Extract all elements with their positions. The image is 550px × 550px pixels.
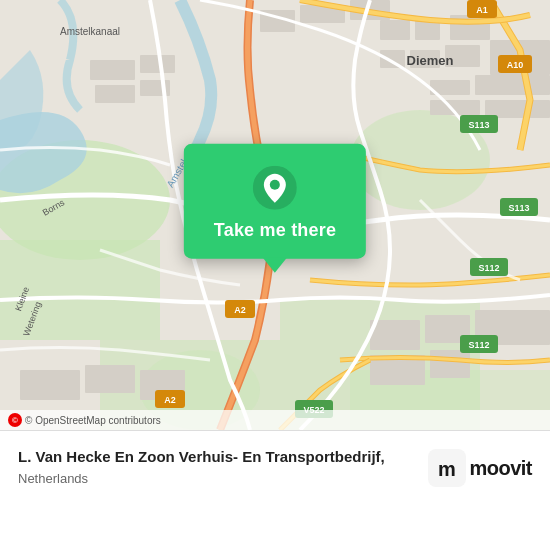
svg-text:m: m (439, 458, 457, 480)
location-title: L. Van Hecke En Zoon Verhuis- En Transpo… (18, 447, 412, 467)
svg-rect-23 (140, 55, 175, 73)
svg-text:A10: A10 (507, 60, 524, 70)
map-area: S113 S113 S112 S112 A10 A1 A2 A2 V522 (0, 0, 550, 430)
osm-icon: © (8, 413, 22, 427)
svg-text:Amstelkanaal: Amstelkanaal (60, 26, 120, 37)
location-popup[interactable]: Take me there (184, 144, 366, 259)
svg-rect-26 (370, 320, 420, 350)
svg-text:S113: S113 (508, 203, 529, 213)
svg-rect-22 (90, 60, 135, 80)
svg-rect-31 (20, 370, 80, 400)
svg-rect-11 (380, 50, 405, 68)
svg-rect-32 (85, 365, 135, 393)
info-panel: L. Van Hecke En Zoon Verhuis- En Transpo… (0, 430, 550, 550)
moovit-logo: m moovit (428, 449, 532, 487)
svg-text:S113: S113 (468, 120, 489, 130)
svg-rect-24 (95, 85, 135, 103)
location-subtitle: Netherlands (18, 471, 412, 486)
attribution-bar: © © OpenStreetMap contributors (0, 410, 550, 430)
moovit-icon: m (428, 449, 466, 487)
attribution-text: © OpenStreetMap contributors (25, 415, 161, 426)
svg-rect-8 (380, 20, 410, 40)
svg-text:S112: S112 (478, 263, 499, 273)
location-pin-icon (253, 166, 297, 210)
svg-rect-30 (430, 350, 470, 378)
take-me-there-button[interactable]: Take me there (214, 220, 336, 241)
app-container: S113 S113 S112 S112 A10 A1 A2 A2 V522 (0, 0, 550, 550)
moovit-text: moovit (469, 457, 532, 480)
svg-text:A1: A1 (476, 5, 488, 15)
svg-text:S112: S112 (468, 340, 489, 350)
svg-text:A2: A2 (164, 395, 176, 405)
info-text-block: L. Van Hecke En Zoon Verhuis- En Transpo… (18, 447, 412, 486)
svg-rect-16 (475, 75, 550, 95)
svg-text:A2: A2 (234, 305, 246, 315)
svg-point-59 (270, 180, 280, 190)
svg-text:Diemen: Diemen (407, 53, 454, 68)
